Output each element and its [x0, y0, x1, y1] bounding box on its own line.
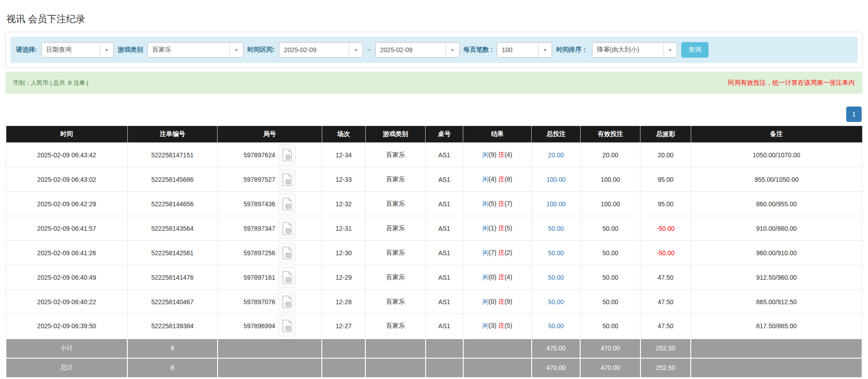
cell-note: 865.00/912.50	[691, 290, 862, 314]
cell-table-no: AS1	[426, 216, 463, 241]
cell-bet-id: 522258141476	[127, 265, 217, 290]
total-bet-link[interactable]: 100.00	[546, 176, 566, 183]
subtotal-row: 小计8470.00470.00252.50	[6, 339, 862, 358]
cell-time: 2025-02-09 06:42:29	[6, 192, 127, 216]
cell-game-category: 百家乐	[365, 216, 425, 241]
round-id-text: 597897076	[243, 298, 275, 306]
cell-bet-id: 522258144656	[127, 192, 217, 216]
result-banker-label: 庄	[498, 224, 504, 232]
cell-round-id: 597897436	[218, 192, 322, 216]
table-row: 2025-02-09 06:40:49522258141476597897161…	[6, 265, 862, 290]
cell-note: 955.00/1050.00	[691, 167, 862, 192]
cell-result: 闲(4) 庄(8)	[463, 167, 532, 192]
result-banker-score: (4)	[504, 151, 512, 158]
result-banker-label: 庄	[498, 175, 504, 183]
cell-valid-bet: 50.00	[580, 216, 640, 241]
cell-table-no: AS1	[426, 290, 463, 314]
cell-session: 12-29	[322, 265, 365, 290]
table-row: 2025-02-09 06:43:42522258147151597897624…	[6, 143, 862, 167]
cell-note: 912.50/960.00	[691, 265, 862, 290]
cell-payout: 20.00	[640, 143, 691, 167]
result-banker-score: (5)	[504, 322, 512, 329]
time-range-label: 时间区间:	[247, 46, 275, 54]
cell-bet-id: 522258139384	[127, 314, 217, 339]
result-banker-score: (5)	[504, 224, 512, 232]
subtotal-row-payout: 252.50	[640, 339, 691, 358]
cell-round-id: 597897076	[218, 290, 322, 314]
total-bet-link[interactable]: 50.00	[548, 298, 564, 306]
chevron-down-icon: ▾	[349, 43, 363, 57]
video-file-icon	[282, 247, 292, 259]
cell-bet-id: 522258140467	[127, 290, 217, 314]
round-id-text: 597896994	[243, 322, 275, 330]
video-record-button[interactable]	[278, 218, 296, 239]
total-bet-link[interactable]: 20.00	[548, 151, 564, 159]
search-button[interactable]: 查询	[681, 42, 708, 58]
filter-bar: 请选择: 日期查询 ▾ 游戏类别 百家乐 ▾ 时间区间: 2025-02-09 …	[10, 37, 858, 63]
subtotal-row-empty-cell	[365, 339, 425, 358]
table-row: 2025-02-09 06:41:57522258143564597897347…	[6, 216, 862, 241]
cell-game-category: 百家乐	[365, 314, 425, 339]
pagination: 1	[5, 107, 863, 122]
cell-bet-id: 522258147151	[127, 143, 217, 167]
total-bet-link[interactable]: 100.00	[546, 200, 566, 208]
result-player-label: 闲	[482, 322, 489, 329]
column-header: 桌号	[426, 126, 463, 143]
cell-valid-bet: 100.00	[580, 167, 640, 192]
column-header: 有效投注	[580, 126, 640, 143]
result-player-label: 闲	[482, 200, 489, 207]
cell-session: 12-33	[322, 167, 365, 192]
result-player-label: 闲	[482, 273, 489, 281]
betting-records-table: 时间注单编号局号场次游戏类别桌号结果总投注有效投注总派彩备注 2025-02-0…	[5, 126, 863, 378]
query-type-label: 请选择:	[16, 46, 37, 54]
cell-table-no: AS1	[426, 143, 463, 167]
per-page-label: 每页笔数 :	[464, 46, 493, 54]
total-bet-link[interactable]: 50.00	[548, 274, 564, 281]
total-row-empty-cell	[691, 358, 862, 378]
round-id-text: 597897436	[243, 200, 275, 208]
total-row-label: 总计	[6, 358, 127, 378]
video-record-button[interactable]	[278, 145, 296, 165]
video-file-icon	[282, 296, 292, 308]
total-bet-link[interactable]: 50.00	[548, 249, 564, 257]
cell-round-id: 597897347	[218, 216, 322, 241]
result-player-label: 闲	[482, 298, 489, 305]
cell-result: 闲(0) 庄(4)	[463, 265, 532, 290]
table-row: 2025-02-09 06:39:50522258139384597896994…	[6, 314, 862, 339]
video-file-icon	[282, 198, 292, 210]
range-tilde: ~	[367, 46, 371, 53]
game-category-select[interactable]: 百家乐 ▾	[147, 42, 243, 58]
column-header: 局号	[218, 126, 322, 143]
total-row-payout: 252.50	[640, 358, 691, 378]
cell-result: 闲(5) 庄(7)	[463, 192, 532, 216]
video-record-button[interactable]	[278, 316, 296, 336]
total-row: 总计8470.00470.00252.50	[6, 358, 862, 378]
per-page-select[interactable]: 100 ▾	[497, 42, 552, 58]
total-bet-link[interactable]: 50.00	[548, 322, 564, 330]
date-from-select[interactable]: 2025-02-09 ▾	[279, 42, 363, 58]
query-type-select[interactable]: 日期查询 ▾	[41, 42, 114, 58]
result-banker-label: 庄	[498, 151, 504, 158]
cell-total-bet: 50.00	[532, 265, 581, 290]
cell-session: 12-31	[322, 216, 365, 241]
table-header-row: 时间注单编号局号场次游戏类别桌号结果总投注有效投注总派彩备注	[6, 126, 862, 143]
cell-game-category: 百家乐	[365, 167, 425, 192]
video-record-button[interactable]	[278, 292, 296, 312]
cell-round-id: 597897256	[218, 241, 322, 265]
date-to-select[interactable]: 2025-02-09 ▾	[375, 42, 460, 58]
video-record-button[interactable]	[278, 243, 296, 263]
result-banker-score: (4)	[504, 273, 512, 281]
total-bet-link[interactable]: 50.00	[548, 225, 564, 232]
page-container: 视讯 会员下注纪录 请选择: 日期查询 ▾ 游戏类别 百家乐 ▾ 时间区间: 2…	[0, 0, 868, 378]
page-button-1[interactable]: 1	[846, 107, 862, 122]
subtotal-row-count: 8	[127, 339, 217, 358]
video-record-button[interactable]	[278, 169, 296, 190]
round-id-text: 597897527	[243, 176, 275, 183]
video-record-button[interactable]	[278, 267, 296, 288]
time-sort-label: 时间排序：	[556, 46, 588, 54]
video-record-button[interactable]	[278, 194, 296, 214]
round-id-group: 597897624	[243, 145, 296, 165]
date-to-value: 2025-02-09	[376, 46, 417, 53]
cell-payout: 47.50	[640, 265, 691, 290]
time-sort-select[interactable]: 降幂(由大到小) ▾	[592, 42, 677, 58]
